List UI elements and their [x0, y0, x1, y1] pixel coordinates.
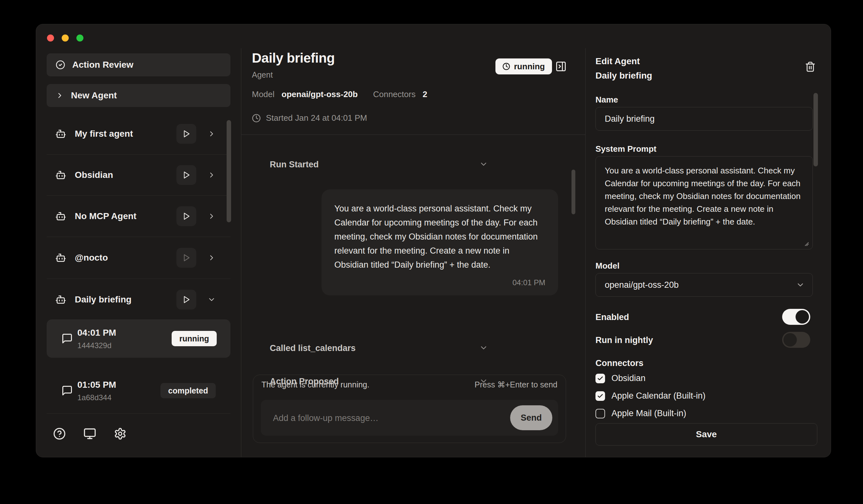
agent-name: No MCP Agent: [75, 211, 137, 221]
agent-name: Obsidian: [75, 170, 113, 180]
run-in-nightly-toggle[interactable]: [782, 332, 810, 348]
status-badge: completed: [161, 383, 216, 398]
connectors-label: Connectors: [596, 358, 643, 368]
divider: [47, 237, 230, 237]
session-time: 01:05 PM: [77, 380, 116, 390]
model-select-value: openai/gpt-oss-20b: [605, 280, 678, 290]
checkbox-checked[interactable]: [596, 391, 605, 401]
chevron-down-icon[interactable]: [479, 343, 488, 352]
model-select[interactable]: openai/gpt-oss-20b: [596, 273, 813, 297]
session-row-0105pm[interactable]: 01:05 PM 1a68d344 completed: [47, 372, 230, 410]
help-icon[interactable]: [53, 427, 66, 440]
run-agent-button-disabled: [176, 248, 196, 268]
toggle-knob: [784, 333, 797, 347]
chevron-right-icon[interactable]: [208, 212, 216, 220]
bot-icon: [55, 211, 66, 222]
connector-apple-calendar[interactable]: Apple Calendar (Built-in): [596, 391, 705, 401]
run-agent-button[interactable]: [176, 165, 196, 185]
checkbox-checked[interactable]: [596, 374, 605, 383]
run-meta: Model openai/gpt-oss-20b Connectors 2: [252, 89, 427, 99]
bot-icon: [55, 252, 66, 263]
chevron-down-icon[interactable]: [479, 160, 488, 169]
clock-icon: [252, 114, 261, 122]
follow-up-input[interactable]: [272, 400, 497, 436]
resize-handle-icon[interactable]: [802, 240, 809, 247]
play-icon: [182, 212, 190, 220]
edit-agent-panel: Edit Agent Daily briefing Name System Pr…: [585, 24, 831, 457]
edit-agent-title: Edit Agent: [596, 56, 640, 66]
message-square-icon: [61, 385, 73, 396]
sidebar-item-obsidian[interactable]: Obsidian: [47, 164, 230, 186]
bot-icon: [55, 128, 66, 139]
chevron-right-icon[interactable]: [208, 130, 216, 138]
composer: The agent is currently running. Press ⌘+…: [253, 375, 566, 443]
enabled-toggle[interactable]: [782, 309, 810, 325]
sidebar-item-nocto[interactable]: @nocto: [47, 246, 230, 269]
agent-name: Daily briefing: [75, 295, 132, 305]
session-time: 04:01 PM: [77, 328, 116, 338]
circle-check-icon: [55, 60, 65, 69]
session-id: 1444329d: [77, 341, 112, 350]
action-review-label: Action Review: [72, 60, 133, 70]
system-prompt-textarea[interactable]: You are a world-class personal assistant…: [596, 156, 813, 249]
chevron-down-icon[interactable]: [208, 295, 216, 304]
model-label: Model: [252, 89, 275, 99]
monitor-icon[interactable]: [84, 427, 96, 440]
name-label: Name: [596, 95, 618, 105]
connectors-label: Connectors: [373, 89, 415, 99]
run-in-nightly-label: Run in nightly: [596, 335, 653, 345]
edit-panel-scrollbar[interactable]: [813, 93, 818, 166]
sidebar: Action Review New Agent My first agent O…: [36, 24, 241, 457]
sidebar-item-no-mcp-agent[interactable]: No MCP Agent: [47, 205, 230, 228]
model-value: openai/gpt-oss-20b: [282, 89, 358, 99]
session-id: 1a68d344: [77, 393, 112, 402]
message-text: You are a world-class personal assistant…: [334, 202, 545, 272]
agent-name: My first agent: [75, 129, 133, 139]
bot-icon: [55, 294, 66, 305]
running-status-badge: running: [496, 59, 552, 74]
checkbox-unchecked[interactable]: [596, 409, 605, 418]
trash-icon[interactable]: [805, 61, 816, 72]
page-subtitle: Agent: [252, 70, 273, 79]
send-shortcut-hint: Press ⌘+Enter to send: [475, 380, 558, 389]
follow-up-input-container: Send: [261, 400, 558, 436]
sidebar-scrollbar[interactable]: [227, 120, 231, 222]
divider: [47, 195, 230, 196]
check-icon: [597, 375, 603, 382]
bot-icon: [55, 170, 66, 180]
toggle-knob: [796, 310, 809, 324]
run-agent-button[interactable]: [176, 206, 196, 226]
new-agent-button[interactable]: New Agent: [47, 84, 230, 107]
page-title: Daily briefing: [252, 50, 335, 66]
divider: [47, 279, 230, 279]
run-agent-button[interactable]: [176, 124, 196, 144]
name-field[interactable]: [596, 107, 813, 131]
action-review-button[interactable]: Action Review: [47, 53, 230, 76]
connector-apple-mail[interactable]: Apple Mail (Built-in): [596, 409, 686, 418]
send-button[interactable]: Send: [510, 405, 552, 430]
run-view-scrollbar[interactable]: [572, 170, 575, 214]
gear-icon[interactable]: [114, 427, 127, 440]
save-button[interactable]: Save: [596, 423, 817, 445]
message-square-icon: [61, 333, 73, 344]
check-icon: [597, 410, 603, 417]
edit-agent-name-heading: Daily briefing: [596, 70, 652, 81]
session-row-0401pm[interactable]: 04:01 PM 1444329d running: [47, 319, 230, 358]
sidebar-item-daily-briefing[interactable]: Daily briefing: [47, 288, 230, 311]
header-divider: [241, 134, 585, 135]
sidebar-item-my-first-agent[interactable]: My first agent: [47, 122, 230, 145]
clock-icon: [502, 63, 510, 70]
message-timestamp: 04:01 PM: [334, 278, 545, 287]
status-badge: running: [172, 331, 217, 346]
connector-obsidian[interactable]: Obsidian: [596, 373, 646, 383]
panel-right-close-icon[interactable]: [555, 61, 567, 72]
chevron-right-icon[interactable]: [208, 171, 216, 179]
chevron-right-icon[interactable]: [208, 254, 216, 262]
play-icon: [182, 130, 190, 138]
run-agent-button[interactable]: [176, 290, 196, 310]
play-icon: [182, 295, 190, 304]
check-icon: [597, 393, 603, 399]
model-label: Model: [596, 261, 620, 271]
desktop-background: Action Review New Agent My first agent O…: [0, 0, 863, 504]
chevron-down-icon: [796, 281, 805, 289]
